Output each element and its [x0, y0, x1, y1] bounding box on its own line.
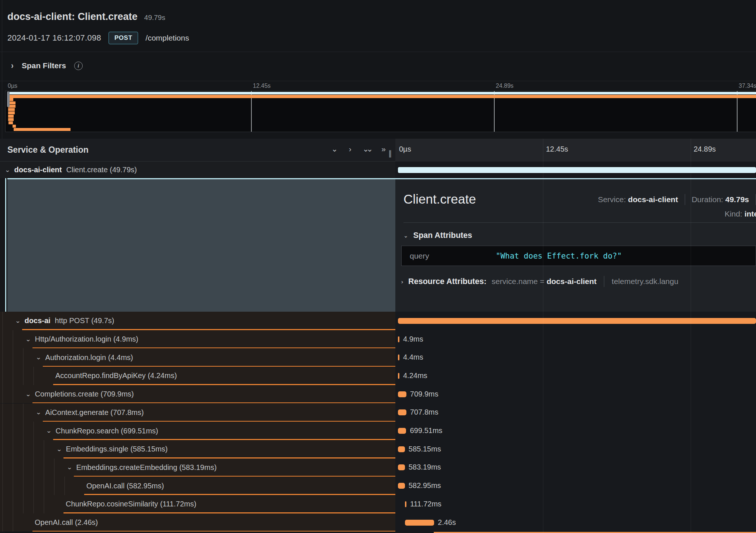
- span-detail-meta: Service: docs-ai-client Duration: 49.79s: [598, 194, 756, 205]
- chevron-down-icon[interactable]: ⌄: [4, 167, 10, 173]
- span-duration-bar[interactable]: [405, 520, 434, 526]
- indent-guide: [23, 404, 24, 422]
- attribute-row[interactable]: query "What does Effect.fork do?": [401, 246, 756, 266]
- indent-guide: [2, 312, 3, 330]
- span-tree-row[interactable]: ⌄Embeddings.single (585.15ms): [0, 440, 395, 458]
- duration-value: 49.79s: [725, 195, 749, 204]
- attribute-key: query: [410, 252, 429, 260]
- span-duration-label: 111.72ms: [410, 500, 441, 508]
- chevron-right-icon[interactable]: ›: [11, 60, 14, 71]
- span-detail-left-fill: [7, 178, 395, 312]
- span-duration-label: 582.95ms: [409, 481, 441, 490]
- service-name: docs-ai: [25, 316, 51, 325]
- span-filters-label: Span Filters: [22, 61, 66, 70]
- minimap-span-bar: [13, 125, 16, 128]
- indent-guide: [23, 458, 24, 477]
- span-tree-row[interactable]: ⌄Http/Authorization.login (4.9ms): [0, 330, 395, 349]
- chevron-down-icon[interactable]: ⌄: [35, 409, 41, 416]
- span-duration-bar[interactable]: [398, 318, 756, 324]
- minimap-span-bar: [8, 121, 13, 124]
- pane-resize-handle[interactable]: ∥: [388, 149, 392, 158]
- span-detail-panel: Client.create Service: docs-ai-client Du…: [395, 178, 756, 312]
- resource-attributes-toggle[interactable]: › Resource Attributes: service.name = do…: [401, 276, 678, 287]
- span-duration-label: 4.9ms: [403, 335, 423, 343]
- info-icon[interactable]: i: [74, 62, 83, 70]
- chevron-down-icon[interactable]: ⌄: [25, 336, 31, 343]
- indent-guide: [2, 513, 3, 532]
- span-tree-row[interactable]: ChunkRepo.cosineSimilarity (111.72ms): [0, 495, 395, 513]
- chevron-down-icon[interactable]: ⌄: [25, 391, 31, 398]
- minimap-drag-handle[interactable]: [7, 91, 10, 107]
- operation-name: Http/Authorization.login (4.9ms): [35, 335, 138, 343]
- chevron-down-icon[interactable]: ⌄: [35, 354, 41, 361]
- indent-guide: [2, 404, 3, 422]
- indent-guide: [44, 495, 44, 513]
- span-duration-bar[interactable]: [398, 336, 399, 342]
- span-duration-bar[interactable]: [398, 391, 406, 397]
- operation-name: Authorization.login (4.4ms): [45, 353, 133, 362]
- collapse-one-icon[interactable]: ⌄: [331, 145, 338, 153]
- http-method-badge: POST: [109, 32, 138, 44]
- kind-value: inte: [745, 210, 756, 218]
- span-duration-bar[interactable]: [398, 446, 405, 452]
- span-duration-label: 707.8ms: [410, 408, 439, 416]
- indent-guide: [23, 495, 24, 513]
- indent-guide: [33, 440, 34, 458]
- indent-guide: [13, 458, 13, 477]
- span-tree-row[interactable]: ⌄Completions.create (709.9ms): [0, 385, 395, 404]
- chevron-down-icon[interactable]: ⌄: [66, 464, 72, 471]
- chevron-down-icon[interactable]: ⌄: [15, 318, 21, 324]
- timeline-gridline: [691, 139, 691, 533]
- span-duration-bar[interactable]: [398, 464, 405, 470]
- resource-attr: service.name = docs-ai-client: [492, 277, 597, 286]
- collapse-all-icon[interactable]: ⌄⌄: [362, 145, 370, 153]
- indent-guide: [2, 495, 3, 513]
- span-duration-label: 709.9ms: [410, 390, 439, 398]
- span-tree-row[interactable]: ⌄AiContext.generate (707.8ms): [0, 404, 395, 422]
- operation-name: Embeddings.createEmbedding (583.19ms): [76, 463, 217, 472]
- expand-one-icon[interactable]: ›: [349, 145, 351, 153]
- chevron-down-icon[interactable]: ⌄: [56, 446, 62, 453]
- indent-guide: [44, 477, 44, 495]
- span-duration-bar[interactable]: [398, 483, 405, 489]
- meta-divider: [685, 194, 685, 205]
- indent-guide: [2, 385, 3, 404]
- chevron-down-icon[interactable]: ⌄: [46, 428, 52, 434]
- span-filters-toggle[interactable]: › Span Filters i: [11, 61, 83, 70]
- expand-all-icon[interactable]: »: [381, 145, 386, 153]
- indent-guide: [2, 422, 3, 440]
- minimap-span-bar: [8, 95, 756, 98]
- span-tree-row[interactable]: OpenAI.call (582.95ms): [0, 477, 395, 495]
- span-duration-bar[interactable]: [398, 354, 399, 360]
- chevron-right-icon[interactable]: ›: [401, 278, 403, 285]
- minimap-span-bar: [14, 128, 71, 131]
- trace-minimap[interactable]: [5, 91, 756, 132]
- meta-divider: [604, 276, 604, 287]
- span-tree-row[interactable]: ⌄Authorization.login (4.4ms): [0, 348, 395, 367]
- span-tree-row[interactable]: ⌄ChunkRepo.search (699.51ms): [0, 422, 395, 440]
- chevron-down-icon[interactable]: ⌄: [403, 232, 408, 239]
- span-duration-bar[interactable]: [398, 409, 406, 415]
- span-attributes-toggle[interactable]: ⌄ Span Attributes: [403, 231, 472, 240]
- service-value: docs-ai-client: [628, 195, 678, 204]
- trace-timestamp: 2024-01-17 16:12:07.098: [7, 33, 101, 43]
- span-tree-row[interactable]: OpenAI.call (2.46s): [0, 513, 395, 532]
- attribute-value: "What does Effect.fork do?": [496, 252, 622, 260]
- minimap-span-bar: [8, 118, 14, 121]
- span-duration-bar[interactable]: [405, 501, 406, 507]
- indent-guide: [44, 440, 44, 458]
- span-tree-row[interactable]: AccountRepo.findByApiKey (4.24ms): [0, 367, 395, 385]
- span-duration-bar[interactable]: [398, 428, 406, 434]
- span-tree-row[interactable]: ⌄docs-ai-clientClient.create (49.79s): [0, 162, 395, 178]
- minimap-tick-label: 12.45s: [253, 83, 271, 89]
- indent-guide: [13, 330, 13, 349]
- span-duration-bar[interactable]: [398, 373, 399, 379]
- minimap-tick-label: 0µs: [8, 83, 17, 89]
- span-tree-row[interactable]: ⌄docs-aihttp POST (49.7s): [0, 312, 395, 330]
- indent-guide: [2, 367, 3, 385]
- span-tree-row[interactable]: ⌄Embeddings.createEmbedding (583.19ms): [0, 458, 395, 477]
- divider: [403, 222, 756, 223]
- span-duration-bar[interactable]: [398, 167, 756, 173]
- indent-guide: [33, 367, 34, 385]
- span-duration-label: 699.51ms: [410, 426, 442, 435]
